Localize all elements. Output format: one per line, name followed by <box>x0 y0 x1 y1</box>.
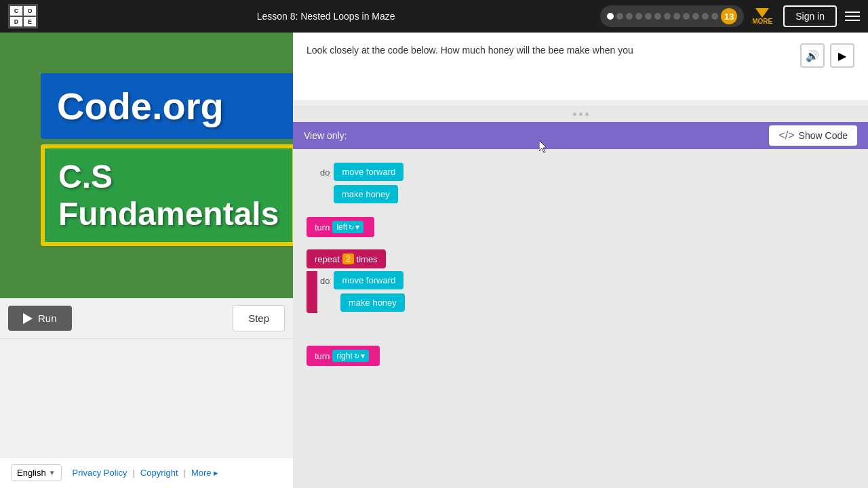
progress-dot-7 <box>664 13 671 20</box>
cs-fundamentals-text: C.S Fundamentals <box>58 159 279 232</box>
logo-o: O <box>24 6 36 16</box>
language-label: English <box>17 468 46 478</box>
make-honey-row-1: make honey <box>334 185 398 205</box>
step-button[interactable]: Step <box>233 305 285 331</box>
hamburger-line-2 <box>845 16 860 17</box>
repeat-body: do move forward make honey <box>307 271 405 313</box>
do-label-2: do <box>320 276 330 286</box>
game-area: Code.org C.S Fundamentals <box>0 33 293 298</box>
header: C O D E Lesson 8: Nested Loops in Maze 1… <box>0 0 868 33</box>
progress-dot-12 <box>711 13 718 20</box>
progress-dot-1 <box>607 13 614 20</box>
footer-separator-2: | <box>184 468 186 478</box>
turn-label-2: turn <box>315 351 330 361</box>
progress-dot-3 <box>626 13 633 20</box>
codeorg-overlay: Code.org C.S Fundamentals <box>41 73 293 246</box>
left-panel: Code.org C.S Fundamentals Run Step Engli… <box>0 33 293 488</box>
language-selector[interactable]: English ▼ <box>11 464 62 481</box>
footer: English ▼ Privacy Policy | Copyright | M… <box>0 457 293 488</box>
divider-dot-2 <box>579 113 583 116</box>
block-group-1: do move forward make honey <box>320 163 403 207</box>
logo-d: D <box>10 17 22 26</box>
times-label: times <box>357 254 378 264</box>
privacy-policy-link[interactable]: Privacy Policy <box>73 468 127 478</box>
instruction-area: Look closely at the code below. How much… <box>293 33 868 100</box>
more-button[interactable]: MORE <box>752 8 772 25</box>
progress-dot-9 <box>683 13 690 20</box>
divider-dot-3 <box>585 113 589 116</box>
audio-controls: 🔊 ▶ <box>800 43 854 68</box>
run-label: Run <box>38 312 57 324</box>
right-tag[interactable]: right ↻ ▾ <box>332 350 368 362</box>
repeat-label: repeat <box>315 254 340 264</box>
play-icon <box>23 313 33 324</box>
move-forward-block-2[interactable]: move forward <box>334 271 403 289</box>
run-button[interactable]: Run <box>8 306 72 331</box>
main-content: Code.org C.S Fundamentals Run Step Engli… <box>0 33 868 488</box>
turn-right-block[interactable]: turn right ↻ ▾ <box>307 346 380 366</box>
left-tag[interactable]: left ↻ ▾ <box>332 221 363 233</box>
hamburger-line-3 <box>845 20 860 21</box>
block-row-do-move: do move forward make honey <box>320 163 403 206</box>
repeat-connector <box>307 271 317 313</box>
logo-c: C <box>10 6 22 16</box>
hamburger-line-1 <box>845 12 860 13</box>
divider-dot-1 <box>573 113 576 116</box>
make-honey-block-1[interactable]: make honey <box>334 185 398 203</box>
block-group-repeat: repeat 2 times do move forward <box>307 249 405 313</box>
scroll-indicator <box>293 100 868 106</box>
make-honey-block-2[interactable]: make honey <box>340 293 405 312</box>
progress-dot-8 <box>673 13 680 20</box>
footer-links: Privacy Policy | Copyright | More ▸ <box>73 468 219 478</box>
progress-dot-4 <box>635 13 642 20</box>
codeorg-blue-box: Code.org <box>41 73 293 139</box>
logo[interactable]: C O D E <box>8 4 38 28</box>
move-forward-block-1[interactable]: move forward <box>334 163 403 181</box>
logo-e: E <box>24 17 36 26</box>
repeat-inner: do move forward make honey <box>320 271 405 313</box>
turn-left-block[interactable]: turn left ↻ ▾ <box>307 217 374 237</box>
progress-area: 13 <box>600 5 744 27</box>
progress-dot-2 <box>616 13 623 20</box>
codeorg-green-box: C.S Fundamentals <box>41 144 293 246</box>
repeat-block[interactable]: repeat 2 times <box>307 249 386 268</box>
copyright-link[interactable]: Copyright <box>140 468 178 478</box>
more-label: MORE <box>752 18 772 25</box>
block-coding-area: do move forward make honey <box>293 149 868 488</box>
make-honey-label-2: make honey <box>349 298 397 308</box>
do-move-row-2: do move forward <box>320 271 405 291</box>
sign-in-button[interactable]: Sign in <box>783 5 837 27</box>
divider-row <box>293 106 868 122</box>
code-panel-header: View only: </> Show Code <box>293 122 868 149</box>
turn-label-1: turn <box>315 222 330 232</box>
make-honey-label-1: make honey <box>342 189 390 199</box>
progress-dot-5 <box>645 13 652 20</box>
view-only-label: View only: <box>304 130 347 141</box>
code-brackets-icon: </> <box>778 129 794 142</box>
more-triangle-icon <box>755 8 769 18</box>
progress-dot-10 <box>692 13 699 20</box>
left-label: left <box>336 222 347 232</box>
chevron-down-icon: ▼ <box>49 469 56 476</box>
repeat-count[interactable]: 2 <box>342 253 354 264</box>
more-footer-link[interactable]: More ▸ <box>191 468 218 478</box>
lesson-title: Lesson 8: Nested Loops in Maze <box>52 11 600 22</box>
instruction-text: Look closely at the code below. How much… <box>307 43 633 58</box>
block-group-turn-left: turn left ↻ ▾ <box>307 217 374 239</box>
refresh-icon-1: ↻ <box>349 224 354 231</box>
right-label: right <box>336 351 352 361</box>
dropdown-arrow-2: ▾ <box>361 351 365 361</box>
do-label-1: do <box>320 167 330 178</box>
footer-separator-1: | <box>132 468 134 478</box>
right-panel: Look closely at the code below. How much… <box>293 33 868 488</box>
do-move-row: do move forward <box>320 163 403 182</box>
audio-button[interactable]: 🔊 <box>800 43 825 68</box>
block-group-turn-right: turn right ↻ ▾ <box>307 346 380 367</box>
hamburger-menu-button[interactable] <box>845 12 860 21</box>
move-forward-label-1: move forward <box>342 167 395 177</box>
codeorg-text: Code.org <box>57 85 224 127</box>
play-audio-button[interactable]: ▶ <box>830 43 854 68</box>
progress-badge: 13 <box>721 8 737 24</box>
show-code-button[interactable]: </> Show Code <box>769 125 857 146</box>
move-forward-label-2: move forward <box>342 275 395 285</box>
